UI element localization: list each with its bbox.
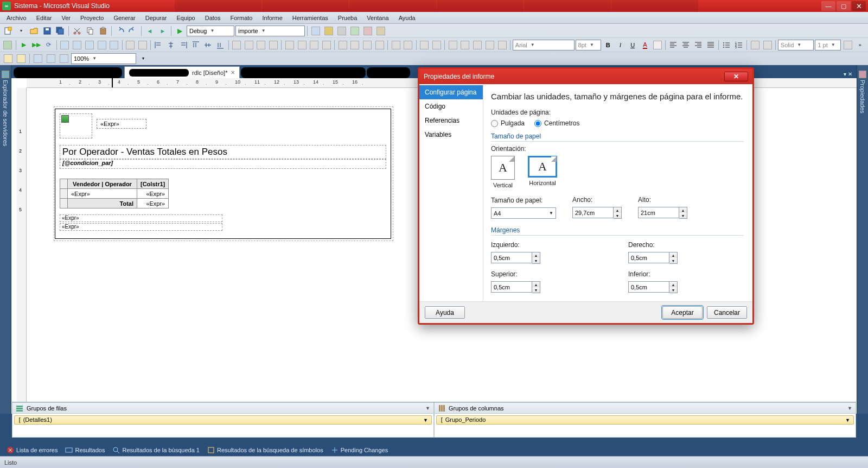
list-number-button[interactable]: 123	[733, 39, 745, 51]
tab-pending-changes[interactable]: Pending Changes	[328, 445, 391, 455]
rpt-btn-11[interactable]	[137, 39, 148, 51]
text-right-button[interactable]	[693, 39, 704, 51]
menu-proyecto[interactable]: Proyecto	[76, 14, 108, 22]
zoom-btn2[interactable]	[15, 53, 27, 65]
sizing-4[interactable]	[268, 39, 279, 51]
merge-5[interactable]	[496, 39, 508, 51]
outdent-button[interactable]	[749, 39, 761, 51]
order-front[interactable]	[419, 39, 430, 51]
center-h-button[interactable]	[390, 39, 401, 51]
margin-left-input[interactable]: ▲▼	[491, 252, 607, 264]
merge-4[interactable]	[484, 39, 495, 51]
document-tab-active[interactable]: rdlc [Diseño]* ×	[124, 66, 240, 78]
italic-button[interactable]: I	[615, 39, 626, 51]
hspace-4[interactable]	[321, 39, 333, 51]
menu-equipo[interactable]: Equipo	[172, 14, 199, 22]
sizing-1[interactable]	[231, 39, 242, 51]
tbx6[interactable]	[375, 25, 387, 37]
sizing-2[interactable]	[243, 39, 254, 51]
textbox-expr-1[interactable]: «Expr»	[97, 119, 146, 129]
margin-bottom-input[interactable]: ▲▼	[628, 281, 744, 293]
merge-3[interactable]	[472, 39, 483, 51]
save-button[interactable]	[41, 25, 53, 37]
bg-color-button[interactable]	[652, 39, 663, 51]
minimize-button[interactable]: —	[821, 1, 835, 11]
nav-variables[interactable]: Variables	[419, 128, 483, 142]
rpt-btn-1[interactable]	[2, 39, 14, 51]
list-bullet-button[interactable]	[721, 39, 732, 51]
cell-total[interactable]: Total	[68, 199, 137, 208]
font-family-combo[interactable]: Arial▼	[513, 40, 575, 50]
col-groups-dropdown[interactable]: ▼	[847, 406, 852, 411]
copy-button[interactable]	[84, 25, 96, 37]
cut-button[interactable]	[71, 25, 83, 37]
col-colstr[interactable]: [Colstr1]	[137, 179, 169, 189]
border-width-combo[interactable]: 1 pt▼	[815, 40, 841, 50]
start-debug-button[interactable]: ▶	[174, 25, 186, 37]
save-all-button[interactable]	[54, 25, 66, 37]
align-center-button[interactable]	[165, 39, 177, 51]
margin-top-input[interactable]: ▲▼	[491, 281, 607, 293]
new-project-button[interactable]	[2, 25, 14, 37]
align-bot-button[interactable]	[215, 39, 226, 51]
zoom-btn5[interactable]	[58, 53, 70, 65]
row-group-item[interactable]: [ (Detalles1) ▼	[14, 415, 432, 425]
vspace-4[interactable]	[374, 39, 386, 51]
paper-size-combo[interactable]: A4▼	[491, 207, 556, 219]
align-left-button[interactable]	[153, 39, 164, 51]
menu-generar[interactable]: Generar	[109, 14, 139, 22]
menu-datos[interactable]: Datos	[201, 14, 225, 22]
menu-depurar[interactable]: Depurar	[141, 14, 171, 22]
border-color-button[interactable]	[842, 39, 853, 51]
paste-button[interactable]	[97, 25, 109, 37]
close-button[interactable]: ✕	[852, 1, 866, 11]
dialog-titlebar[interactable]: Propiedades del informe ✕	[419, 69, 752, 84]
font-size-combo[interactable]: 8pt▼	[576, 40, 602, 50]
rpt-btn-2[interactable]: ▶	[18, 39, 30, 51]
menu-archivo[interactable]: Archivo	[2, 14, 31, 22]
tab-symbol-results[interactable]: Resultados de la búsqueda de símbolos	[204, 445, 327, 455]
merge-2[interactable]	[459, 39, 471, 51]
align-right-button[interactable]	[178, 39, 189, 51]
rpt-btn-6[interactable]	[72, 39, 83, 51]
font-color-button[interactable]: A	[640, 39, 651, 51]
tab-find-results-1[interactable]: Resultados de la búsqueda 1	[109, 445, 203, 455]
hspace-1[interactable]	[284, 39, 295, 51]
nav-fwd-button[interactable]: ►	[157, 25, 169, 37]
zoom-btn6[interactable]: ▾	[137, 53, 149, 65]
col-vendedor[interactable]: Vendedor | Operador	[68, 179, 137, 189]
more-button[interactable]: »	[854, 39, 866, 51]
zoom-combo[interactable]: 100%▼	[71, 53, 136, 64]
radio-pulgada[interactable]: Pulgada	[491, 119, 525, 127]
tbx4[interactable]	[349, 25, 361, 37]
maximize-button[interactable]: ▢	[837, 1, 851, 11]
redo-button[interactable]	[127, 25, 139, 37]
border-style-combo[interactable]: Solid▼	[778, 40, 814, 50]
text-left-button[interactable]	[668, 39, 679, 51]
hspace-2[interactable]	[296, 39, 308, 51]
open-button[interactable]	[28, 25, 40, 37]
cell-expr-3[interactable]: «Expr»	[137, 199, 169, 208]
align-top-button[interactable]	[190, 39, 201, 51]
nav-references[interactable]: Referencias	[419, 113, 483, 128]
underline-button[interactable]: U	[627, 39, 639, 51]
tab-propiedades[interactable]: Propiedades	[858, 68, 867, 410]
rpt-btn-10[interactable]	[125, 39, 136, 51]
help-button[interactable]: Ayuda	[425, 306, 465, 319]
cell-expr-2[interactable]: «Expr»	[137, 189, 169, 199]
report-condition-textbox[interactable]: [@condicion_par]	[60, 159, 386, 169]
zoom-btn3[interactable]	[32, 53, 44, 65]
tbx1[interactable]	[310, 25, 322, 37]
rpt-btn-7[interactable]	[84, 39, 95, 51]
text-center-button[interactable]	[680, 39, 692, 51]
new-dropdown[interactable]: ▾	[15, 25, 27, 37]
tbx5[interactable]	[362, 25, 374, 37]
order-back[interactable]	[431, 39, 442, 51]
menu-ayuda[interactable]: Ayuda	[394, 14, 420, 22]
radio-centimetros[interactable]: Centímetros	[534, 119, 579, 127]
rpt-btn-5[interactable]	[59, 39, 71, 51]
menu-ventana[interactable]: Ventana	[362, 14, 393, 22]
hspace-3[interactable]	[309, 39, 320, 51]
cell-expr-1[interactable]: «Expr»	[68, 189, 137, 199]
text-justify-button[interactable]	[705, 39, 716, 51]
